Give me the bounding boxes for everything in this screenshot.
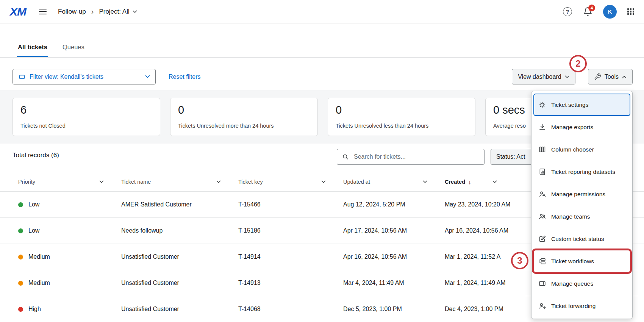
person-key-icon: [538, 190, 546, 199]
priority-label: Low: [28, 227, 39, 234]
updated-at-cell: Dec 5, 2023, 1:00 PM: [343, 306, 445, 313]
breadcrumb-section[interactable]: Follow-up: [58, 8, 86, 16]
notifications-bell[interactable]: 4: [583, 7, 592, 17]
avatar[interactable]: K: [603, 5, 617, 19]
header-priority-label: Priority: [18, 179, 35, 185]
hamburger-menu-icon[interactable]: [39, 9, 47, 15]
help-icon[interactable]: ?: [563, 7, 572, 16]
breadcrumb-project-label: Project: All: [99, 8, 129, 16]
wrench-icon: [594, 73, 601, 80]
updated-at-cell: Apr 16, 2024, 10:56 AM: [343, 253, 445, 260]
priority-label: Medium: [28, 253, 50, 260]
menu-item-label: Ticket workflows: [551, 258, 594, 265]
search-input[interactable]: [353, 153, 480, 161]
tools-dropdown-menu: Ticket settings Manage exports Column ch…: [531, 91, 633, 319]
ticket-name-cell: Unsatisfied Customer: [121, 253, 238, 260]
stat-card: 0 Tickets Unresolved more than 24 hours: [170, 98, 318, 136]
ticket-icon: [538, 280, 546, 288]
menu-item-manage-teams[interactable]: Manage teams: [533, 205, 630, 228]
stat-value: 0: [336, 104, 467, 116]
stat-label: Tickets not Closed: [20, 123, 152, 129]
xm-logo: XM: [10, 5, 26, 18]
priority-label: Medium: [28, 280, 50, 286]
app-grid-icon[interactable]: [627, 8, 634, 15]
menu-item-label: Ticket forwarding: [551, 303, 596, 309]
priority-dot: [18, 281, 23, 286]
top-bar: XM Follow-up › Project: All ? 4 K: [0, 0, 644, 23]
priority-dot: [18, 202, 23, 207]
stat-label: Tickets Unresolved more than 24 hours: [178, 123, 310, 129]
header-priority[interactable]: Priority: [18, 179, 121, 185]
filter-view-label: Filter view: Kendall's tickets: [30, 73, 141, 80]
updated-at-cell: Apr 17, 2024, 10:56 AM: [343, 227, 445, 234]
tools-button[interactable]: Tools: [588, 69, 633, 84]
stat-card: 0 Tickets Unresolved less than 24 hours: [328, 98, 475, 136]
chevron-down-icon: [145, 75, 150, 78]
chevron-down-icon[interactable]: [321, 180, 326, 183]
person-arrow-icon: [538, 302, 546, 310]
ticket-name-cell: Unsatisfied Customer: [121, 306, 238, 313]
tab-all-tickets[interactable]: All tickets: [17, 37, 48, 57]
report-icon: [538, 168, 546, 176]
menu-item-ticket-workflows[interactable]: Ticket workflows: [533, 250, 630, 272]
reset-filters-link[interactable]: Reset filters: [169, 73, 200, 80]
header-ticket-key[interactable]: Ticket key: [238, 179, 343, 185]
filter-view-dropdown[interactable]: Filter view: Kendall's tickets: [13, 69, 156, 84]
ticket-name-cell: AMER Satisfied Customer: [121, 201, 238, 208]
menu-item-custom-ticket-status[interactable]: Custom ticket status: [533, 228, 630, 250]
menu-item-ticket-reporting-datasets[interactable]: Ticket reporting datasets: [533, 161, 630, 183]
priority-dot: [18, 255, 23, 259]
people-icon: [538, 213, 546, 221]
annotation-step-3: 3: [511, 252, 528, 269]
view-dashboard-button[interactable]: View dashboard: [512, 69, 575, 84]
menu-item-ticket-settings[interactable]: Ticket settings: [533, 94, 630, 116]
header-ticket-name[interactable]: Ticket name: [121, 179, 238, 185]
menu-item-manage-exports[interactable]: Manage exports: [533, 116, 630, 138]
stat-value: 6: [20, 104, 152, 116]
breadcrumb-project-dropdown[interactable]: Project: All: [99, 8, 137, 16]
app-window: XM Follow-up › Project: All ? 4 K All: [0, 0, 644, 322]
ticket-icon: [18, 73, 26, 80]
tab-queues[interactable]: Queues: [62, 37, 85, 57]
columns-icon: [538, 145, 546, 154]
chevron-up-icon: [622, 75, 627, 78]
priority-dot: [18, 228, 23, 233]
chevron-down-icon: [133, 10, 137, 13]
header-updated-at[interactable]: Updated at: [343, 179, 445, 185]
priority-label: Low: [28, 201, 39, 208]
menu-item-label: Custom ticket status: [551, 236, 604, 242]
chevron-down-icon: [565, 75, 569, 78]
status-filter-label: Status: Act: [496, 153, 525, 160]
workflow-icon: [538, 257, 546, 266]
tools-label: Tools: [605, 73, 619, 80]
stat-card: 6 Tickets not Closed: [13, 98, 160, 136]
menu-item-column-chooser[interactable]: Column chooser: [533, 138, 630, 161]
stat-label: Tickets Unresolved less than 24 hours: [336, 123, 467, 129]
chevron-down-icon[interactable]: [492, 180, 497, 183]
ticket-key-cell: T-14068: [238, 306, 343, 313]
menu-item-ticket-forwarding[interactable]: Ticket forwarding: [533, 295, 630, 317]
stat-value: 0: [178, 104, 310, 116]
header-created-label: Created: [445, 179, 465, 185]
ticket-key-cell: T-15186: [238, 227, 343, 234]
menu-item-label: Manage queues: [551, 280, 593, 287]
search-icon: [342, 153, 349, 161]
ticket-name-cell: Needs followup: [121, 227, 238, 234]
priority-label: High: [28, 306, 41, 313]
tabs-bar: All tickets Queues: [0, 37, 644, 58]
annotation-step-2: 2: [569, 55, 587, 72]
chevron-down-icon[interactable]: [216, 180, 221, 183]
chevron-down-icon[interactable]: [423, 180, 427, 183]
priority-cell: Medium: [18, 253, 121, 260]
chevron-down-icon[interactable]: [99, 180, 104, 183]
breadcrumb-separator-icon: ›: [91, 7, 94, 16]
menu-item-manage-permissions[interactable]: Manage permissions: [533, 183, 630, 205]
total-records-label: Total records (6): [13, 152, 59, 159]
ticket-key-cell: T-15466: [238, 201, 343, 208]
ticket-search[interactable]: [337, 149, 485, 165]
download-icon: [538, 123, 546, 131]
menu-item-label: Ticket settings: [551, 102, 589, 108]
view-dashboard-label: View dashboard: [518, 73, 561, 80]
menu-item-manage-queues[interactable]: Manage queues: [533, 272, 630, 295]
updated-at-cell: Aug 12, 2024, 5:20 PM: [343, 201, 445, 208]
